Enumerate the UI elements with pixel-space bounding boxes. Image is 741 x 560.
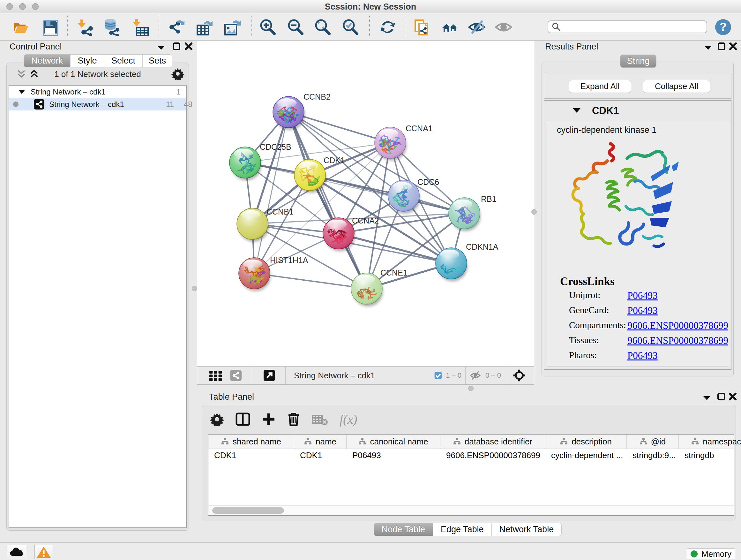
collapse-arrow-icon[interactable] [18,89,25,95]
panel-close-icon[interactable] [185,42,193,51]
node-CCNA1[interactable]: CCNA1 [375,124,433,163]
grid-icon[interactable] [209,368,223,382]
first-neighbors-icon[interactable] [441,18,459,37]
edge-CCNB2-HIST1H1A[interactable] [254,112,288,273]
cdk1-section-header[interactable]: CDK1 [544,101,731,121]
collapse-all-button[interactable]: Collapse All [643,80,711,93]
warning-button[interactable] [35,545,53,559]
node-HIST1H1A[interactable]: HIST1H1A [237,256,308,291]
save-session-icon[interactable] [41,18,59,37]
panel-float-icon[interactable] [172,42,181,51]
cloud-button[interactable] [7,545,26,559]
zoom-in-icon[interactable] [258,18,277,37]
export-table-to-file-icon[interactable] [195,18,213,37]
panel-close-icon[interactable] [729,392,737,401]
table-cell[interactable]: cyclin-dependent ... [545,449,627,462]
tab-network[interactable]: Network [24,55,71,67]
gear-icon[interactable] [210,412,224,426]
panel-menu-icon[interactable] [156,45,166,51]
node-CCNA2[interactable]: CCNA2 [321,216,379,251]
column-header-canonical-name[interactable]: canonical name [347,435,441,449]
import-table-from-file-icon[interactable] [131,18,150,37]
zoom-out-icon[interactable] [286,18,305,37]
panel-float-icon[interactable] [718,42,726,51]
node-CCNE1[interactable]: CCNE1 [351,268,408,311]
add-column-icon[interactable] [262,412,276,426]
tab-edge-table[interactable]: Edge Table [433,523,492,536]
crosslink-link[interactable]: P06493 [627,305,658,316]
table-horizontal-scrollbar[interactable] [209,505,734,515]
crosslink-link[interactable]: P06493 [627,350,658,361]
function-builder-icon[interactable]: f(x) [340,412,357,427]
tab-string[interactable]: String [620,55,656,67]
node-RB1[interactable]: RB1 [449,194,496,231]
import-network-from-database-icon[interactable] [103,18,121,37]
hide-selected-icon[interactable] [468,18,486,37]
toolbar-separator [158,16,159,37]
export-image-icon[interactable] [223,18,241,37]
zoom-selected-icon[interactable] [341,18,359,37]
section-collapse-icon[interactable] [572,108,581,113]
selected-checkbox-icon[interactable] [434,372,442,379]
network-edge-count: 48 [184,100,192,109]
search-input[interactable] [561,22,701,31]
table-row[interactable]: CDK1CDK1P064939606.ENSP00000378699cyclin… [208,449,734,462]
delete-table-icon[interactable] [312,413,328,426]
node-table-body: f(x) shared namenamecanonical namedataba… [202,405,736,520]
network-tree-row-selected[interactable]: String Network – cdk1 11 48 [9,98,186,111]
network-canvas[interactable]: CCNB2CCNA1CDC25BCDK1CDC6RB1CCNB1CCNA2CDK… [197,41,534,366]
help-icon[interactable]: ? [714,18,732,37]
edge-CCNE1-HIST1H1A[interactable] [254,273,367,289]
column-header--id[interactable]: @id [627,435,679,449]
network-tree-root-row[interactable]: String Network – cdk1 1 [9,85,186,98]
column-header-shared-name[interactable]: shared name [208,435,294,449]
column-header-description[interactable]: description [545,435,627,449]
horizontal-splitter-handle[interactable] [468,386,474,391]
birdseye-icon[interactable] [513,369,526,382]
search-box [548,20,707,33]
column-header-namespace[interactable]: namespace [679,435,741,449]
crosslink-link[interactable]: 9606.ENSP00000378699 [627,320,728,331]
zoom-fit-content-icon[interactable] [313,18,332,37]
show-all-icon[interactable] [494,18,513,37]
table-cell[interactable]: CDK1 [294,449,347,462]
panel-float-icon[interactable] [717,392,725,401]
node-CCNB2[interactable]: CCNB2 [273,92,331,133]
table-cell[interactable]: CDK1 [208,449,294,462]
gear-icon[interactable] [172,67,184,80]
export-network-to-file-icon[interactable] [167,18,185,37]
panel-menu-icon[interactable] [702,395,712,401]
share-network-icon[interactable] [230,370,242,381]
table-cell[interactable]: stringdb:9... [627,449,679,462]
open-file-icon[interactable] [11,18,30,37]
apply-preferred-layout-icon[interactable] [379,18,397,37]
tab-network-table[interactable]: Network Table [492,523,562,536]
open-in-new-icon[interactable] [264,370,275,381]
crosslinks-title: CrossLinks [560,275,726,288]
copy-style-icon[interactable] [413,18,431,37]
node-CDK1[interactable]: CDK1 [294,156,345,195]
panel-close-icon[interactable] [729,42,737,51]
import-network-from-file-icon[interactable] [76,18,95,37]
table-cell[interactable]: 9606.ENSP00000378699 [441,449,545,462]
tab-select[interactable]: Select [105,55,143,67]
panel-menu-icon[interactable] [703,45,713,51]
hidden-eye-icon[interactable] [469,371,481,380]
column-header-database-identifier[interactable]: database identifier [441,435,545,449]
tab-sets[interactable]: Sets [143,55,172,67]
scrollbar-thumb[interactable] [212,507,284,514]
delete-column-icon[interactable] [287,412,300,427]
expand-all-button[interactable]: Expand All [569,80,631,93]
memory-button[interactable]: Memory [687,549,735,559]
crosslink-link[interactable]: 9606.ENSP00000378699 [627,335,728,347]
table-cell[interactable]: P06493 [347,449,441,462]
string-network-graph[interactable]: CCNB2CCNA1CDC25BCDK1CDC6RB1CCNB1CCNA2CDK… [197,41,534,366]
vertical-splitter-handle-left[interactable] [192,286,197,291]
tab-node-table[interactable]: Node Table [374,523,433,536]
tab-style[interactable]: Style [71,55,105,67]
split-columns-icon[interactable] [235,412,250,426]
toolbar-separator [252,16,252,37]
crosslink-link[interactable]: P06493 [627,290,658,301]
column-header-name[interactable]: name [294,435,347,449]
table-cell[interactable]: stringdb [679,449,741,462]
